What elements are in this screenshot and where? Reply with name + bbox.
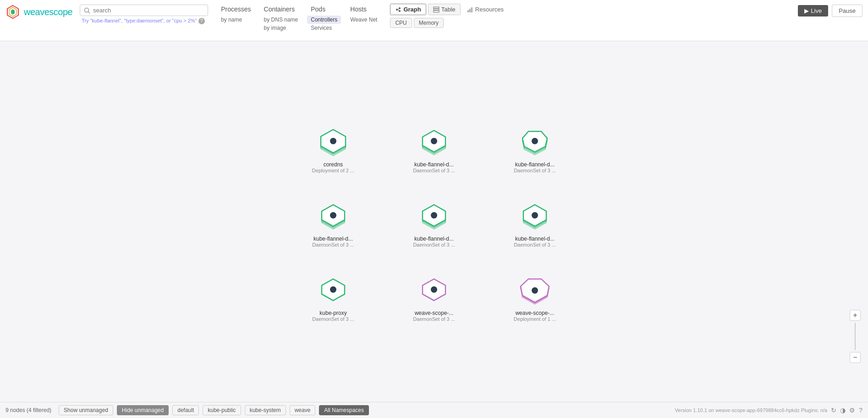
nav-controllers[interactable]: Controllers bbox=[307, 16, 341, 24]
node-label-kube-flannel-2: kube-flannel-d... bbox=[515, 161, 555, 168]
bottom-icons: ↻ ◑ ⚙ ? bbox=[831, 407, 863, 414]
logo[interactable]: weavescope bbox=[5, 5, 72, 19]
search-hint: Try "kube-flannel", "type:daemonset", or… bbox=[82, 18, 208, 24]
svg-point-6 bbox=[399, 7, 401, 9]
show-unmanaged-button[interactable]: Show unmanaged bbox=[59, 405, 113, 415]
node-shape-kube-flannel-4 bbox=[413, 192, 455, 233]
version-info: Version 1.10.1 on weave-scope-app-697988… bbox=[675, 407, 828, 413]
node-shape-kube-flannel-2 bbox=[514, 117, 555, 159]
graph-icon bbox=[395, 6, 401, 13]
svg-point-27 bbox=[532, 138, 538, 144]
ns-kube-public[interactable]: kube-public bbox=[203, 405, 241, 415]
view-controls: Graph Table Resources bbox=[390, 4, 508, 28]
zoom-out-button[interactable]: − bbox=[850, 352, 861, 363]
node-shape-weave-scope-2 bbox=[514, 266, 555, 307]
live-button[interactable]: ▶ Live bbox=[798, 5, 828, 16]
search-input[interactable] bbox=[93, 7, 204, 14]
node-shape-kube-flannel-1 bbox=[413, 117, 455, 159]
svg-point-41 bbox=[330, 286, 336, 293]
node-sublabel-kube-flannel-2: DaemonSet of 3 ... bbox=[514, 168, 556, 173]
hide-unmanaged-button[interactable]: Hide unmanaged bbox=[117, 405, 169, 415]
nav-group-containers: Containers by DNS name by image bbox=[260, 3, 302, 32]
svg-point-35 bbox=[431, 212, 437, 219]
logo-text: weavescope bbox=[24, 7, 72, 17]
node-sublabel-coredns: Deployment of 2 ... bbox=[312, 168, 354, 173]
nav-weave-net[interactable]: Weave Net bbox=[346, 16, 381, 24]
svg-point-47 bbox=[532, 287, 538, 294]
svg-point-7 bbox=[399, 10, 401, 12]
live-controls: ▶ Live Pause bbox=[798, 5, 863, 17]
nav-pods-label[interactable]: Pods bbox=[307, 4, 341, 15]
ns-kube-system[interactable]: kube-system bbox=[245, 405, 286, 415]
node-label-coredns: coredns bbox=[324, 161, 343, 168]
table-icon bbox=[433, 6, 439, 13]
node-shape-kube-flannel-3 bbox=[313, 192, 354, 233]
node-kube-flannel-5[interactable]: kube-flannel-d... DaemonSet of 3 ... bbox=[498, 192, 571, 248]
header: weavescope Try "kube-flannel", "type:dae… bbox=[0, 0, 868, 41]
node-kube-flannel-4[interactable]: kube-flannel-d... DaemonSet of 3 ... bbox=[397, 192, 471, 248]
nav-services[interactable]: Services bbox=[307, 24, 341, 32]
nav-by-dns-name[interactable]: by DNS name bbox=[260, 16, 302, 24]
pause-button[interactable]: Pause bbox=[832, 5, 863, 17]
resources-view-button[interactable]: Resources bbox=[462, 4, 508, 15]
svg-marker-2 bbox=[11, 9, 15, 15]
nav: Processes by name Containers by DNS name… bbox=[217, 3, 798, 32]
search-box[interactable] bbox=[80, 5, 208, 16]
svg-line-9 bbox=[398, 10, 399, 11]
node-label-weave-scope-2: weave-scope-... bbox=[516, 310, 555, 316]
node-sublabel-weave-scope-1: DaemonSet of 3 ... bbox=[413, 316, 455, 322]
memory-button[interactable]: Memory bbox=[414, 18, 444, 28]
node-label-kube-proxy: kube-proxy bbox=[319, 310, 346, 316]
node-kube-proxy[interactable]: kube-proxy DaemonSet of 3 ... bbox=[297, 266, 370, 322]
node-kube-flannel-1[interactable]: kube-flannel-d... DaemonSet of 3 ... bbox=[397, 117, 471, 173]
refresh-icon[interactable]: ↻ bbox=[831, 407, 836, 414]
nav-containers-label[interactable]: Containers bbox=[260, 4, 302, 15]
svg-point-23 bbox=[431, 138, 437, 144]
nav-hosts-label[interactable]: Hosts bbox=[346, 4, 381, 15]
settings-icon[interactable]: ⚙ bbox=[849, 407, 855, 414]
node-sublabel-kube-flannel-4: DaemonSet of 3 ... bbox=[413, 242, 455, 248]
graph-view-button[interactable]: Graph bbox=[390, 4, 426, 15]
resources-icon bbox=[467, 6, 473, 13]
main-area: coredns Deployment of 2 ... kube-flannel… bbox=[0, 41, 868, 418]
node-shape-kube-proxy bbox=[313, 266, 354, 307]
ns-all-namespaces[interactable]: All Namespaces bbox=[319, 405, 369, 415]
graph-area: coredns Deployment of 2 ... kube-flannel… bbox=[0, 41, 868, 418]
svg-point-5 bbox=[396, 9, 398, 11]
nav-group-hosts: Hosts Weave Net bbox=[346, 3, 381, 24]
help-bottom-icon[interactable]: ? bbox=[859, 407, 863, 414]
node-kube-flannel-2[interactable]: kube-flannel-d... DaemonSet of 3 ... bbox=[498, 117, 571, 173]
bottom-bar: 9 nodes (4 filtered) Show unmanaged Hide… bbox=[0, 402, 868, 418]
svg-rect-14 bbox=[469, 9, 471, 12]
help-icon[interactable]: ? bbox=[198, 18, 205, 24]
node-shape-coredns bbox=[313, 117, 354, 159]
nav-processes-label[interactable]: Processes bbox=[217, 4, 254, 15]
cpu-button[interactable]: CPU bbox=[390, 18, 412, 28]
nav-by-image[interactable]: by image bbox=[260, 24, 302, 32]
table-view-button[interactable]: Table bbox=[428, 4, 461, 15]
svg-rect-10 bbox=[434, 7, 439, 8]
svg-rect-12 bbox=[434, 11, 439, 12]
zoom-in-button[interactable]: + bbox=[850, 310, 861, 321]
node-shape-kube-flannel-5 bbox=[514, 192, 555, 233]
ns-weave[interactable]: weave bbox=[290, 405, 316, 415]
contrast-icon[interactable]: ◑ bbox=[840, 407, 846, 414]
svg-rect-11 bbox=[434, 9, 439, 10]
svg-point-31 bbox=[330, 212, 336, 219]
node-weave-scope-2[interactable]: weave-scope-... Deployment of 1 ... bbox=[498, 266, 571, 322]
node-sublabel-kube-flannel-1: DaemonSet of 3 ... bbox=[413, 168, 455, 173]
node-coredns[interactable]: coredns Deployment of 2 ... bbox=[297, 117, 370, 173]
nav-by-name[interactable]: by name bbox=[217, 16, 254, 24]
node-sublabel-weave-scope-2: Deployment of 1 ... bbox=[514, 316, 556, 322]
node-sublabel-kube-flannel-3: DaemonSet of 3 ... bbox=[312, 242, 354, 248]
svg-point-3 bbox=[85, 8, 89, 12]
node-weave-scope-1[interactable]: weave-scope-... DaemonSet of 3 ... bbox=[397, 266, 471, 322]
nav-group-pods: Pods Controllers Services bbox=[307, 3, 341, 32]
node-kube-flannel-3[interactable]: kube-flannel-d... DaemonSet of 3 ... bbox=[297, 192, 370, 248]
svg-point-19 bbox=[330, 138, 336, 144]
ns-default[interactable]: default bbox=[172, 405, 199, 415]
logo-icon bbox=[5, 5, 20, 19]
node-label-kube-flannel-3: kube-flannel-d... bbox=[313, 236, 353, 242]
node-shape-weave-scope-1 bbox=[413, 266, 455, 307]
zoom-slider-track bbox=[855, 323, 856, 350]
